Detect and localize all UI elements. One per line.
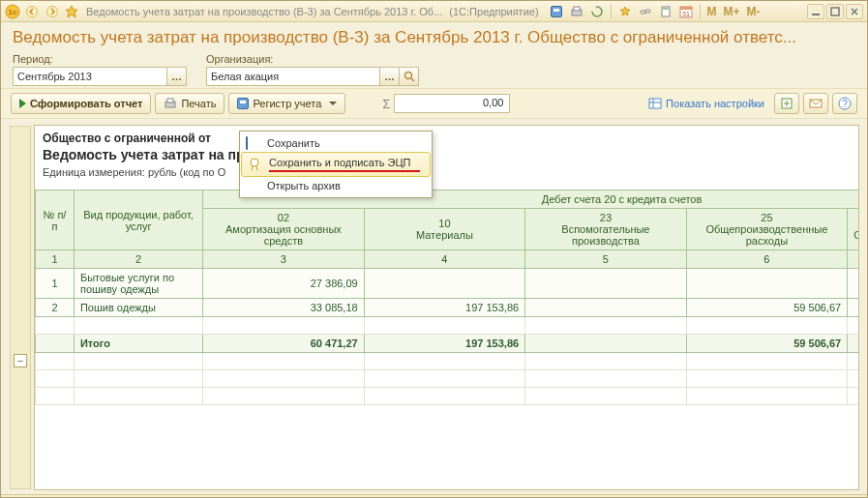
star-icon[interactable] (616, 4, 634, 19)
cell-blank (36, 388, 75, 405)
window-suffix: (1С:Предприятие) (449, 6, 538, 17)
svg-text:1c: 1c (9, 8, 17, 16)
collapse-toggle[interactable]: − (14, 354, 27, 367)
col-header: 10Материалы (364, 209, 525, 250)
show-settings-label: Показать настройки (666, 98, 764, 109)
cell-blank (525, 388, 687, 405)
org-picker-button[interactable]: … (380, 67, 400, 86)
org-label: Организация: (206, 53, 419, 65)
close-button[interactable] (846, 4, 863, 19)
table-row-total: Итого60 471,27197 153,8659 506,67 (36, 335, 859, 353)
calendar-icon[interactable]: 31 (677, 4, 695, 19)
nav-fwd-button[interactable] (44, 4, 61, 19)
register-label: Регистр учета (253, 98, 321, 109)
link-icon[interactable] (637, 4, 654, 19)
col-header: 25Общепроизводственные расходы (686, 209, 848, 250)
svg-rect-13 (680, 7, 692, 10)
cell-blank (364, 388, 525, 405)
cell-blank (74, 317, 202, 335)
cell-blank (848, 353, 858, 370)
sum-display: 0,00 (394, 94, 510, 113)
col-header: 26Общехозяйственные расходы (848, 209, 858, 250)
menu-save-sign[interactable]: Сохранить и подписать ЭЦП (241, 152, 431, 177)
svg-marker-4 (66, 6, 77, 17)
period-input[interactable] (13, 67, 167, 86)
cell-blank (686, 353, 848, 370)
svg-rect-15 (812, 14, 820, 15)
svg-text:31: 31 (682, 11, 690, 17)
cell-value (848, 269, 858, 299)
cell-total-value: 59 506,67 (686, 335, 848, 353)
cell-total-label: Итого (74, 335, 202, 353)
report-table: № п/п Вид продукции, работ, услуг Дебет … (35, 190, 858, 405)
cell-blank (74, 353, 202, 370)
cell-value (364, 269, 525, 299)
col-index: 6 (686, 250, 848, 269)
email-button[interactable] (803, 93, 828, 114)
memory-m-button[interactable]: M (705, 5, 719, 18)
menu-save[interactable]: Сохранить (240, 133, 432, 153)
period-picker-button[interactable]: … (167, 67, 187, 86)
cell-blank (203, 388, 365, 405)
table-row[interactable]: 1Бытовые услуги по пошиву одежды27 386,0… (36, 269, 859, 299)
memory-mminus-button[interactable]: M- (745, 5, 763, 18)
col-header: 23Вспомогательные производства (525, 209, 687, 250)
menu-save-label: Сохранить (267, 137, 320, 149)
table-scroll[interactable]: № п/п Вид продукции, работ, услуг Дебет … (35, 190, 858, 489)
sigma-icon: Σ (382, 97, 390, 111)
col-index: 4 (364, 250, 525, 269)
cert-icon (248, 157, 261, 170)
cell-value: 33 085,18 (203, 299, 365, 317)
form-report-button[interactable]: Сформировать отчет (11, 93, 151, 114)
refresh-icon[interactable] (588, 4, 606, 19)
print-icon[interactable] (568, 4, 585, 19)
cell-value: 197 153,86 (364, 299, 525, 317)
printer-icon (164, 97, 177, 110)
cell-value: 59 506,67 (686, 299, 848, 317)
register-menu: Сохранить Сохранить и подписать ЭЦП Откр… (239, 131, 433, 198)
org-input[interactable] (206, 67, 380, 86)
col-prod: Вид продукции, работ, услуг (74, 190, 202, 250)
org-search-button[interactable] (400, 67, 419, 86)
svg-rect-16 (831, 8, 839, 15)
svg-rect-21 (649, 99, 661, 108)
favorite-icon[interactable] (64, 4, 79, 19)
table-row-blank (36, 388, 859, 405)
svg-line-18 (411, 78, 414, 81)
cell-blank (364, 370, 525, 388)
cell-total-value (525, 335, 687, 353)
cell-blank (686, 370, 848, 388)
form-report-label: Сформировать отчет (30, 98, 142, 109)
table-row[interactable]: 2Пошив одежды33 085,18197 153,8659 506,6… (36, 299, 859, 317)
col-header: 02Амортизация основных средств (203, 209, 365, 250)
cell-total-value (36, 335, 75, 353)
cell-blank (848, 370, 858, 388)
export-button[interactable] (774, 93, 799, 114)
cell-total-value (848, 335, 858, 353)
cell-value (525, 269, 687, 299)
cell-value (525, 299, 687, 317)
register-dropdown-button[interactable]: Регистр учета (228, 93, 345, 114)
maximize-button[interactable] (826, 4, 844, 19)
cell-blank (525, 370, 687, 388)
cell-blank (203, 353, 365, 370)
nav-back-button[interactable] (23, 4, 41, 19)
print-button[interactable]: Печать (155, 93, 224, 114)
minimize-button[interactable] (807, 4, 824, 19)
help-button[interactable]: ? (832, 93, 857, 114)
cell-total-value: 197 153,86 (364, 335, 525, 353)
col-index: 5 (525, 250, 687, 269)
calc-icon[interactable] (657, 4, 674, 19)
svg-point-2 (27, 6, 38, 16)
cell-blank (364, 317, 525, 335)
svg-rect-20 (167, 99, 173, 103)
cell-blank (74, 370, 202, 388)
memory-mplus-button[interactable]: M+ (722, 5, 742, 18)
menu-open-archive[interactable]: Открыть архив (240, 176, 432, 195)
play-icon (19, 99, 26, 108)
show-settings-button[interactable]: Показать настройки (643, 93, 770, 114)
report-title-line: Ведомость учета затрат на пр нтябрь 2013… (43, 147, 851, 162)
save-icon[interactable] (548, 4, 565, 19)
col-index: 2 (74, 250, 202, 269)
window-title: Ведомость учета затрат на производство (… (86, 6, 442, 17)
